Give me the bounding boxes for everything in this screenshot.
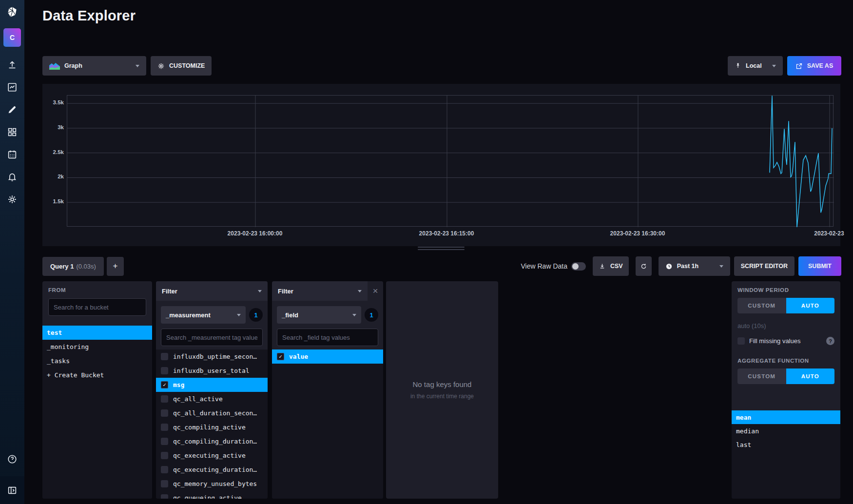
- bucket-name: test: [47, 329, 62, 336]
- query-duration: (0.03s): [76, 263, 96, 270]
- checkbox[interactable]: [161, 353, 168, 360]
- tag-key-dropdown[interactable]: _field: [277, 306, 361, 324]
- submit-button[interactable]: SUBMIT: [798, 256, 841, 276]
- aggregate-function-item[interactable]: median: [732, 424, 840, 438]
- variables-dropdown[interactable]: Local: [728, 56, 783, 76]
- y-tick-label: 3k: [42, 124, 64, 130]
- view-type-label: Graph: [64, 62, 82, 69]
- aggregate-function-item[interactable]: last: [732, 438, 840, 451]
- sidebar-item-help[interactable]: [0, 448, 24, 470]
- toolbar: Graph CUSTOMIZE Local SAVE AS: [42, 56, 841, 76]
- bucket-list-item[interactable]: test: [42, 326, 152, 340]
- sidebar-item-notebooks[interactable]: [0, 98, 24, 121]
- view-raw-data-toggle[interactable]: [571, 262, 586, 271]
- measurement-name: qc_queueing_active: [173, 494, 242, 499]
- measurement-name: qc_all_duration_secon…: [173, 409, 257, 417]
- fill-missing-checkbox[interactable]: [737, 337, 745, 345]
- measurement-item[interactable]: qc_compiling_duration…: [156, 434, 268, 448]
- checkbox[interactable]: [161, 381, 168, 388]
- measurement-search-input[interactable]: [161, 329, 263, 346]
- function-name: mean: [736, 414, 751, 421]
- checkbox[interactable]: [161, 480, 168, 487]
- checkbox[interactable]: [161, 438, 168, 445]
- bucket-list-item[interactable]: + Create Bucket: [42, 368, 152, 382]
- sidebar-item-tasks[interactable]: [0, 143, 24, 166]
- sidebar-item-upload[interactable]: [0, 54, 24, 76]
- view-type-dropdown[interactable]: Graph: [42, 56, 146, 76]
- csv-download-button[interactable]: CSV: [593, 256, 629, 276]
- remove-filter-button[interactable]: ×: [368, 281, 383, 301]
- org-avatar[interactable]: C: [3, 28, 21, 47]
- aggregate-auto-button[interactable]: AUTO: [786, 368, 835, 384]
- time-series-plot[interactable]: [67, 95, 834, 227]
- view-raw-data-label: View Raw Data: [521, 262, 567, 270]
- measurement-item[interactable]: qc_compiling_active: [156, 420, 268, 434]
- toggle-knob: [572, 263, 579, 270]
- influxdb-logo[interactable]: [0, 0, 24, 24]
- filter-type-dropdown[interactable]: Filter: [272, 281, 368, 301]
- measurement-name: influxdb_uptime_secon…: [173, 353, 257, 360]
- measurement-item[interactable]: qc_executing_duration…: [156, 463, 268, 477]
- sidebar-item-data-explorer[interactable]: [0, 76, 24, 98]
- query-tab[interactable]: Query 1 (0.03s): [42, 257, 104, 276]
- measurement-item[interactable]: qc_executing_active: [156, 448, 268, 463]
- download-icon: [599, 263, 606, 270]
- checkbox[interactable]: [161, 452, 168, 459]
- window-period-panel: WINDOW PERIOD CUSTOM AUTO auto (10s) Fil…: [732, 281, 840, 499]
- window-period-value: auto (10s): [737, 322, 834, 330]
- resize-drag-handle[interactable]: [418, 247, 465, 252]
- save-as-button[interactable]: SAVE AS: [787, 56, 841, 76]
- measurement-item[interactable]: qc_queueing_active: [156, 491, 268, 499]
- checkbox[interactable]: [161, 367, 168, 374]
- tag-keys-empty-card: No tag keys found in the current time ra…: [386, 281, 498, 499]
- measurement-item[interactable]: msg: [156, 378, 268, 392]
- checkbox[interactable]: [161, 466, 168, 473]
- export-icon: [795, 62, 803, 70]
- refresh-button[interactable]: [636, 256, 652, 276]
- selected-count-badge: 1: [249, 308, 263, 322]
- empty-state-subtitle: in the current time range: [410, 393, 474, 400]
- checkbox[interactable]: [277, 353, 284, 360]
- customize-button[interactable]: CUSTOMIZE: [151, 56, 212, 76]
- sidebar-item-settings[interactable]: [0, 188, 24, 211]
- measurement-item[interactable]: influxdb_users_total: [156, 364, 268, 378]
- sidebar-collapse[interactable]: [0, 476, 24, 504]
- help-tooltip-icon[interactable]: ?: [826, 337, 834, 345]
- time-range-dropdown[interactable]: Past 1h: [659, 256, 730, 276]
- aggregate-function-item[interactable]: mean: [732, 410, 840, 424]
- aggregate-custom-button[interactable]: CUSTOM: [737, 368, 786, 384]
- checkbox[interactable]: [161, 424, 168, 431]
- field-item[interactable]: value: [272, 349, 383, 364]
- aggregate-function-label: AGGREGATE FUNCTION: [737, 358, 834, 364]
- measurement-item[interactable]: influxdb_uptime_secon…: [156, 349, 268, 364]
- page-title: Data Explorer: [42, 8, 136, 24]
- tag-key-dropdown[interactable]: _measurement: [161, 306, 246, 324]
- measurement-item[interactable]: qc_all_duration_secon…: [156, 406, 268, 420]
- checkbox[interactable]: [161, 494, 168, 499]
- add-query-button[interactable]: +: [107, 257, 124, 276]
- avatar-letter: C: [10, 34, 15, 41]
- filter-type-dropdown[interactable]: Filter: [156, 281, 268, 301]
- bucket-search-input[interactable]: [48, 298, 146, 316]
- window-custom-button[interactable]: CUSTOM: [737, 298, 786, 313]
- main-content: Data Explorer Graph CUSTOMIZE Lo: [24, 0, 853, 504]
- bucket-list-item[interactable]: _monitoring: [42, 340, 152, 354]
- sidebar-item-alerts[interactable]: [0, 166, 24, 188]
- checkbox[interactable]: [161, 409, 168, 417]
- measurement-list: influxdb_uptime_secon… influxdb_users_to…: [156, 349, 268, 499]
- chevron-down-icon: [237, 314, 241, 316]
- measurement-item[interactable]: qc_memory_unused_bytes: [156, 477, 268, 491]
- sidebar-item-dashboards[interactable]: [0, 121, 24, 143]
- bucket-list-item[interactable]: _tasks: [42, 354, 152, 368]
- y-tick-label: 2k: [42, 174, 64, 179]
- window-auto-button[interactable]: AUTO: [786, 298, 835, 313]
- script-editor-button[interactable]: SCRIPT EDITOR: [734, 256, 795, 276]
- measurement-item[interactable]: qc_all_active: [156, 392, 268, 406]
- y-tick-label: 1.5k: [42, 198, 64, 204]
- filter-header-label: Filter: [278, 288, 293, 295]
- field-search-input[interactable]: [277, 329, 378, 346]
- bell-icon: [7, 172, 18, 182]
- chevron-down-icon: [772, 65, 776, 67]
- aggregate-segmented: CUSTOM AUTO: [737, 368, 834, 384]
- checkbox[interactable]: [161, 395, 168, 403]
